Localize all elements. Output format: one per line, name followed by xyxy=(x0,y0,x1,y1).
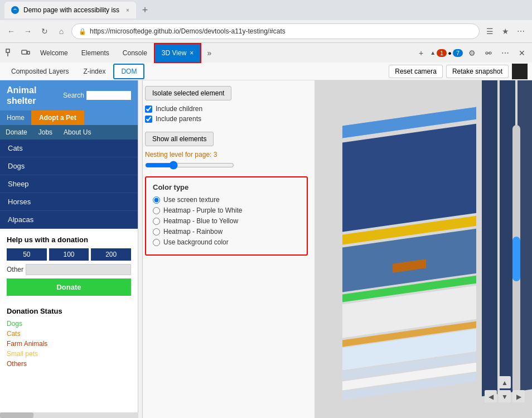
radio-background-color-input[interactable] xyxy=(153,239,160,246)
close-devtools-btn[interactable]: ✕ xyxy=(514,45,530,61)
more-btn[interactable]: ⋯ xyxy=(514,25,528,38)
sidebar-item-alpacas[interactable]: Alpacas xyxy=(0,211,138,229)
include-parents-row: Include parents xyxy=(145,115,308,123)
close-3dview-btn[interactable]: × xyxy=(190,49,194,57)
amount-50-btn[interactable]: 50 xyxy=(7,248,47,261)
radio-background-color-label: Use background color xyxy=(163,238,229,246)
sidebar-item-sheep[interactable]: Sheep xyxy=(0,175,138,193)
radio-purple-white: Heatmap - Purple to White xyxy=(153,206,300,214)
donation-section: Help us with a donation 50 100 200 Other… xyxy=(0,229,138,302)
status-item-cats: Cats xyxy=(7,329,131,339)
url-bar[interactable]: 🔒 https://microsoftedge.github.io/Demos/… xyxy=(71,23,480,39)
address-icons: ☰ ★ ⋯ xyxy=(483,25,528,38)
other-amount-input[interactable] xyxy=(26,264,131,275)
amount-100-btn[interactable]: 100 xyxy=(49,248,89,261)
status-item-others: Others xyxy=(7,359,131,369)
sidebar-item-horses[interactable]: Horses xyxy=(0,193,138,211)
back-btn[interactable]: ← xyxy=(4,25,18,38)
lock-icon: 🔒 xyxy=(79,28,86,35)
sidebar-item-dogs[interactable]: Dogs xyxy=(0,157,138,175)
radio-purple-white-label: Heatmap - Purple to White xyxy=(163,206,242,214)
radio-screen-texture-label: Use screen texture xyxy=(163,196,220,204)
donate-btn[interactable]: Donate xyxy=(7,278,131,296)
radio-blue-yellow-input[interactable] xyxy=(153,218,160,225)
subtab-dom[interactable]: DOM xyxy=(113,64,144,79)
left-divider xyxy=(138,80,143,418)
amount-200-btn[interactable]: 200 xyxy=(91,248,131,261)
status-item-dogs: Dogs xyxy=(7,319,131,329)
search-input[interactable] xyxy=(86,91,131,100)
radio-blue-yellow: Heatmap - Blue to Yellow xyxy=(153,217,300,225)
search-label: Search xyxy=(63,92,84,99)
radio-screen-texture: Use screen texture xyxy=(153,196,300,204)
svg-rect-3 xyxy=(22,50,27,54)
home-btn[interactable]: ⌂ xyxy=(55,25,68,38)
svg-text:▲: ▲ xyxy=(501,379,508,387)
sidebar-item-cats[interactable]: Cats xyxy=(0,140,138,157)
svg-rect-1 xyxy=(6,49,9,52)
dt-tab-3dview[interactable]: 3D View × xyxy=(154,43,201,63)
tab-bar: Demo page with accessibility iss × + xyxy=(0,0,532,20)
devtools-toolbar: Welcome Elements Console 3D View × » + ▲… xyxy=(0,42,532,63)
nesting-label: Nesting level for page: 3 xyxy=(145,151,308,158)
status-item-farm: Farm Animals xyxy=(7,339,131,349)
subtab-zindex[interactable]: Z-index xyxy=(76,64,112,79)
new-tab-btn[interactable]: + xyxy=(137,2,153,18)
radio-background-color: Use background color xyxy=(153,238,300,246)
url-text: https://microsoftedge.github.io/Demos/de… xyxy=(90,27,472,35)
forward-btn[interactable]: → xyxy=(21,25,35,38)
dt-tab-console[interactable]: Console xyxy=(116,43,154,63)
color-type-title: Color type xyxy=(153,183,300,191)
add-btn[interactable]: + xyxy=(413,45,429,61)
device-emulation-btn[interactable] xyxy=(18,45,33,61)
svg-text:▼: ▼ xyxy=(501,393,508,401)
3d-view: ▲ ◀ ▼ ▶ xyxy=(315,80,532,418)
show-all-btn[interactable]: Show all elements xyxy=(145,132,214,146)
svg-rect-4 xyxy=(27,51,30,54)
more-options-btn[interactable]: ⋯ xyxy=(497,45,513,61)
nav-adopt-btn[interactable]: Adopt a Pet xyxy=(31,110,84,125)
dt-tab-welcome[interactable]: Welcome xyxy=(33,43,75,63)
nav-home-btn[interactable]: Home xyxy=(0,110,31,125)
status-item-small: Small pets xyxy=(7,349,131,359)
nav-donate-btn[interactable]: Donate xyxy=(0,125,33,140)
nav-about-btn[interactable]: About Us xyxy=(58,125,96,140)
radio-rainbow-input[interactable] xyxy=(153,228,160,236)
radio-purple-white-input[interactable] xyxy=(153,207,160,214)
devtools-panel: Isolate selected element Include childre… xyxy=(138,80,315,418)
horizontal-scrollbar[interactable] xyxy=(0,412,138,418)
retake-snapshot-btn[interactable]: Retake snapshot xyxy=(446,65,509,78)
nav-jobs-btn[interactable]: Jobs xyxy=(33,125,58,140)
more-tabs-btn[interactable]: » xyxy=(201,45,217,61)
include-children-checkbox[interactable] xyxy=(145,105,152,113)
slider-row xyxy=(145,161,308,170)
isolate-element-btn[interactable]: Isolate selected element xyxy=(145,86,231,100)
subtab-composited-layers[interactable]: Composited Layers xyxy=(4,64,75,79)
collections-btn[interactable]: ☰ xyxy=(483,25,496,38)
scrollbar-thumb xyxy=(0,412,33,418)
nesting-slider[interactable] xyxy=(145,161,234,170)
settings-btn[interactable]: ⚙ xyxy=(464,45,480,61)
main-content: Animal shelter Search Home Adopt a Pet D… xyxy=(0,80,532,418)
dt-tab-elements[interactable]: Elements xyxy=(75,43,116,63)
dock-btn[interactable] xyxy=(481,45,496,61)
color-preview xyxy=(512,64,528,79)
inspect-element-btn[interactable] xyxy=(2,45,18,61)
radio-screen-texture-input[interactable] xyxy=(153,196,160,204)
include-parents-checkbox[interactable] xyxy=(145,116,152,123)
tab-title: Demo page with accessibility iss xyxy=(23,6,119,14)
svg-point-0 xyxy=(13,8,17,12)
browser-tab-active[interactable]: Demo page with accessibility iss × xyxy=(4,2,136,18)
refresh-btn[interactable]: ↻ xyxy=(38,25,51,38)
favorites-btn[interactable]: ★ xyxy=(499,25,512,38)
tab-close-btn[interactable]: × xyxy=(126,7,129,13)
3d-visualization: ▲ ◀ ▼ ▶ xyxy=(315,80,532,418)
donation-amounts: 50 100 200 xyxy=(7,248,131,261)
reset-camera-btn[interactable]: Reset camera xyxy=(389,65,443,78)
info-count-badge: 7 xyxy=(453,49,463,57)
radio-blue-yellow-label: Heatmap - Blue to Yellow xyxy=(163,217,238,225)
status-list: Dogs Cats Farm Animals Small pets Others xyxy=(7,319,131,369)
donation-status-title: Donation Status xyxy=(7,307,131,315)
nav-links: Donate Jobs About Us xyxy=(0,125,138,140)
donation-status: Donation Status Dogs Cats Farm Animals S… xyxy=(0,302,138,373)
